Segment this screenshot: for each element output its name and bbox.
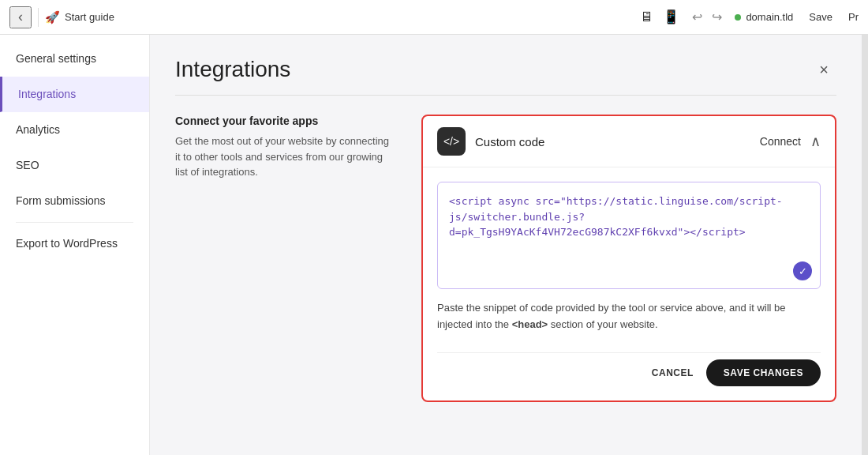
back-button[interactable]: ‹ [9,6,32,28]
code-icon: </> [443,135,459,148]
scrollbar-track[interactable] [862,35,868,455]
undo-button[interactable]: ↩ [689,8,705,26]
topbar-center: 🖥 📱 ↩ ↪ domain.tld Save Pr [640,8,859,26]
status-dot [735,14,741,21]
page-divider [175,95,836,96]
rocket-icon: 🚀 [45,10,60,24]
redo-button[interactable]: ↪ [709,8,725,26]
info-text: Paste the snippet of code provided by th… [437,300,821,333]
code-textarea[interactable]: <script async src="https://static.lingui… [438,182,820,285]
left-description: Connect your favorite apps Get the most … [175,115,396,402]
info-text-after: section of your website. [548,318,657,330]
sidebar-item-export-wordpress[interactable]: Export to WordPress [0,226,149,261]
sidebar-separator [16,222,133,223]
code-icon-box: </> [437,127,466,156]
integrations-panel: </> Custom code Connect ∧ <script async … [421,115,836,402]
sidebar-item-integrations[interactable]: Integrations [0,77,149,112]
content-body: Connect your favorite apps Get the most … [175,115,836,402]
main-layout: General settings Integrations Analytics … [0,35,868,455]
mobile-icon[interactable]: 📱 [663,9,679,25]
topbar: ‹ 🚀 Start guide 🖥 📱 ↩ ↪ domain.tld Save … [0,0,868,35]
sidebar-item-general-settings[interactable]: General settings [0,41,149,77]
cancel-button[interactable]: CANCEL [652,367,694,378]
info-head-tag: <head> [512,318,548,330]
collapse-button[interactable]: ∧ [810,133,821,150]
code-textarea-wrap: <script async src="https://static.lingui… [437,182,821,289]
sidebar: General settings Integrations Analytics … [0,35,150,455]
sidebar-item-analytics[interactable]: Analytics [0,112,149,148]
save-changes-button[interactable]: SAVE CHANGES [706,359,821,386]
start-guide-link[interactable]: 🚀 Start guide [45,10,114,24]
action-buttons: CANCEL SAVE CHANGES [437,352,821,386]
domain-area: domain.tld [735,11,793,23]
left-description-text: Get the most out of your website by conn… [175,133,396,180]
integration-header: </> Custom code Connect ∧ [423,116,835,167]
left-heading: Connect your favorite apps [175,115,396,127]
desktop-icon[interactable]: 🖥 [640,9,653,25]
content-area: Integrations × Connect your favorite app… [150,35,862,455]
sidebar-item-seo[interactable]: SEO [0,148,149,183]
sidebar-item-form-submissions[interactable]: Form submissions [0,183,149,219]
topbar-divider [38,8,39,27]
integration-body: <script async src="https://static.lingui… [423,167,835,400]
pr-button[interactable]: Pr [848,11,859,23]
page-header: Integrations × [175,57,836,82]
domain-label: domain.tld [746,11,793,23]
topbar-left: ‹ 🚀 Start guide [9,6,632,28]
start-guide-label: Start guide [65,11,114,23]
close-button[interactable]: × [811,57,836,82]
save-top-button[interactable]: Save [803,8,839,26]
page-title: Integrations [175,57,290,82]
undo-redo-group: ↩ ↪ [689,8,725,26]
connect-button[interactable]: Connect [760,135,801,148]
integration-name: Custom code [475,135,750,149]
check-icon: ✓ [793,261,812,280]
